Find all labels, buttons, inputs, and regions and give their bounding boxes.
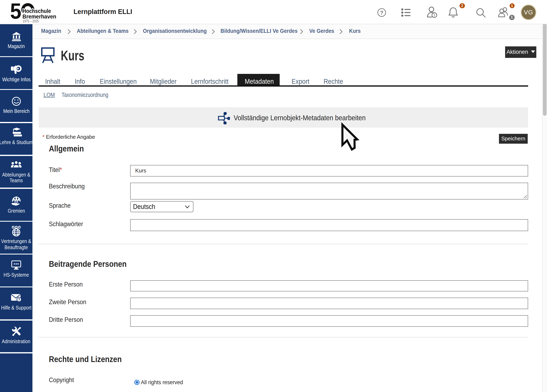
svg-text:?: ? <box>380 9 383 16</box>
svg-text:!: ! <box>434 13 435 17</box>
svg-text:Hochschule: Hochschule <box>23 8 51 14</box>
svg-text:5: 5 <box>10 2 21 23</box>
svg-text:?: ? <box>18 297 20 302</box>
svg-text:1975 – 2025: 1975 – 2025 <box>23 19 39 23</box>
